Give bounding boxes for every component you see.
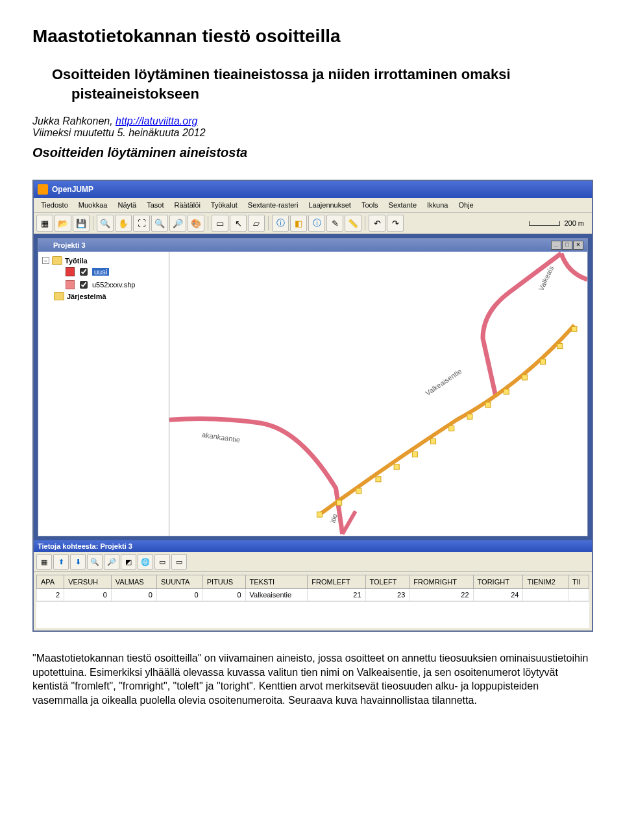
map-svg — [169, 252, 587, 536]
svg-rect-4 — [394, 464, 399, 470]
cell-pituus: 0 — [202, 589, 245, 601]
folder-icon — [54, 292, 64, 300]
svg-rect-12 — [541, 359, 546, 365]
menu-ikkuna[interactable]: Ikkuna — [422, 200, 452, 210]
tree-system-label[interactable]: Järjestelmä — [67, 293, 106, 300]
titlebar: OpenJUMP — [34, 181, 592, 198]
col-toleft[interactable]: TOLEFT — [365, 575, 409, 589]
attr-tool-down-icon[interactable]: ⬇ — [70, 554, 86, 570]
layer-visibility-checkbox[interactable] — [80, 268, 88, 276]
svg-rect-8 — [467, 414, 472, 419]
maximize-button[interactable]: □ — [562, 241, 572, 250]
close-button[interactable]: × — [573, 241, 583, 250]
svg-rect-6 — [431, 438, 436, 444]
attr-tool-misc-icon[interactable]: ▭ — [154, 554, 170, 570]
tree-collapse-icon[interactable]: − — [42, 257, 49, 264]
scale-indicator: 200 m — [529, 219, 589, 227]
menu-tasot[interactable]: Tasot — [142, 200, 168, 210]
tree-workspace-label[interactable]: Työtila — [65, 257, 88, 265]
attr-tool-zoom-icon[interactable]: 🔍 — [87, 554, 103, 570]
menu-muokkaa[interactable]: Muokkaa — [74, 200, 112, 210]
toolbar-pointer-icon[interactable]: ↖ — [230, 215, 247, 232]
col-pituus[interactable]: PITUUS — [202, 575, 245, 589]
toolbar-info-icon[interactable]: ⓘ — [272, 215, 289, 232]
minimize-button[interactable]: _ — [551, 241, 561, 250]
cell-versuh: 0 — [64, 589, 112, 601]
attr-tool-up-icon[interactable]: ⬆ — [53, 554, 69, 570]
attr-tool-world-icon[interactable]: 🌐 — [138, 554, 153, 570]
toolbar-undo-icon[interactable]: ↶ — [369, 215, 385, 232]
toolbar-box-icon[interactable]: ◧ — [290, 215, 307, 232]
col-versuh[interactable]: VERSUH — [64, 575, 112, 589]
menubar: Tiedosto Muokkaa Näytä Tasot Räätälöi Ty… — [34, 198, 592, 213]
toolbar-edit-icon[interactable]: ✎ — [326, 215, 343, 232]
app-title: OpenJUMP — [52, 185, 93, 194]
cell-toleft: 23 — [365, 589, 409, 601]
attr-tool-zoomsel-icon[interactable]: 🔎 — [104, 554, 119, 570]
col-fromleft[interactable]: FROMLEFT — [308, 575, 365, 589]
col-tienim2[interactable]: TIENIM2 — [523, 575, 568, 589]
cell-valmas: 0 — [111, 589, 156, 601]
menu-raataloi[interactable]: Räätälöi — [169, 200, 204, 210]
svg-rect-7 — [449, 426, 454, 431]
scale-label: 200 m — [564, 219, 584, 227]
table-row[interactable]: 2 0 0 0 0 Valkeaisentie 21 23 22 24 — [37, 589, 589, 601]
svg-rect-1 — [337, 500, 342, 505]
cell-tii — [568, 589, 589, 601]
toolbar-measure-icon[interactable]: 📏 — [345, 215, 361, 232]
toolbar-separator — [93, 216, 93, 230]
toolbar-refresh-icon[interactable]: 🎨 — [188, 215, 204, 232]
menu-sextante[interactable]: Sextante — [384, 200, 421, 210]
toolbar-zoomprev-icon[interactable]: 🔍 — [151, 215, 168, 232]
menu-sextante-rasteri[interactable]: Sextante-rasteri — [243, 200, 303, 210]
scale-bar-icon — [529, 221, 560, 226]
attr-tool-misc2-icon[interactable]: ▭ — [171, 554, 187, 570]
layer-visibility-checkbox[interactable] — [80, 281, 88, 289]
col-tii[interactable]: TII — [568, 575, 589, 589]
toolbar-pan-icon[interactable]: ✋ — [115, 215, 132, 232]
doc-title: Maastotietokannan tiestö osoitteilla — [32, 26, 591, 47]
toolbar-zoomfull-icon[interactable]: ⛶ — [133, 215, 150, 232]
col-toright[interactable]: TORIGHT — [473, 575, 523, 589]
author-name: Jukka Rahkonen, — [32, 115, 116, 126]
layer-tree[interactable]: − Työtila uusi u552xxxv.shp — [38, 252, 169, 536]
app-logo-icon — [38, 184, 48, 195]
attribute-title: Tietoja kohteesta: Projekti 3 — [38, 542, 132, 550]
author-link[interactable]: http://latuviitta.org — [116, 115, 197, 126]
menu-tiedosto[interactable]: Tiedosto — [36, 200, 73, 210]
app-window: OpenJUMP Tiedosto Muokkaa Näytä Tasot Rä… — [32, 180, 593, 632]
toolbar-save-icon[interactable]: 💾 — [73, 215, 90, 232]
map-canvas[interactable]: Valkeaisentie akankaantie itie Valkeais — [169, 252, 587, 536]
col-suunta[interactable]: SUUNTA — [156, 575, 202, 589]
toolbar-select-icon[interactable]: ▭ — [212, 215, 228, 232]
svg-rect-3 — [376, 477, 381, 482]
attribute-table[interactable]: APA VERSUH VALMAS SUUNTA PITUUS TEKSTI F… — [34, 572, 592, 630]
menu-tyokalut[interactable]: Työkalut — [206, 200, 242, 210]
toolbar-new-icon[interactable]: ▦ — [36, 215, 53, 232]
toolbar-info2-icon[interactable]: ⓘ — [308, 215, 325, 232]
attr-tool-table-icon[interactable]: ▦ — [36, 554, 52, 570]
col-fromright[interactable]: FROMRIGHT — [409, 575, 473, 589]
toolbar-lasso-icon[interactable]: ▱ — [248, 215, 265, 232]
layer-shp[interactable]: u552xxxv.shp — [92, 281, 135, 289]
col-valmas[interactable]: VALMAS — [111, 575, 156, 589]
col-teksti[interactable]: TEKSTI — [245, 575, 308, 589]
toolbar-separator — [208, 216, 208, 230]
menu-ohje[interactable]: Ohje — [454, 200, 478, 210]
svg-rect-9 — [485, 402, 491, 407]
toolbar-redo-icon[interactable]: ↷ — [387, 215, 404, 232]
toolbar-zoom-icon[interactable]: 🔍 — [97, 215, 114, 232]
menu-laajennukset[interactable]: Laajennukset — [304, 200, 355, 210]
layer-uusi[interactable]: uusi — [92, 268, 109, 276]
toolbar-open-icon[interactable]: 📂 — [55, 215, 71, 232]
svg-rect-10 — [504, 389, 509, 394]
attribute-titlebar: Tietoja kohteesta: Projekti 3 — [34, 540, 592, 552]
project-titlebar: Projekti 3 _ □ × — [38, 239, 587, 252]
section-heading: Osoitteiden löytäminen aineistosta — [32, 145, 591, 160]
toolbar-zoomnext-icon[interactable]: 🔎 — [169, 215, 186, 232]
attr-tool-select-icon[interactable]: ◩ — [121, 554, 136, 570]
menu-tools[interactable]: Tools — [357, 200, 383, 210]
menu-nayta[interactable]: Näytä — [113, 200, 141, 210]
col-apa[interactable]: APA — [37, 575, 64, 589]
toolbar-separator — [268, 216, 269, 230]
